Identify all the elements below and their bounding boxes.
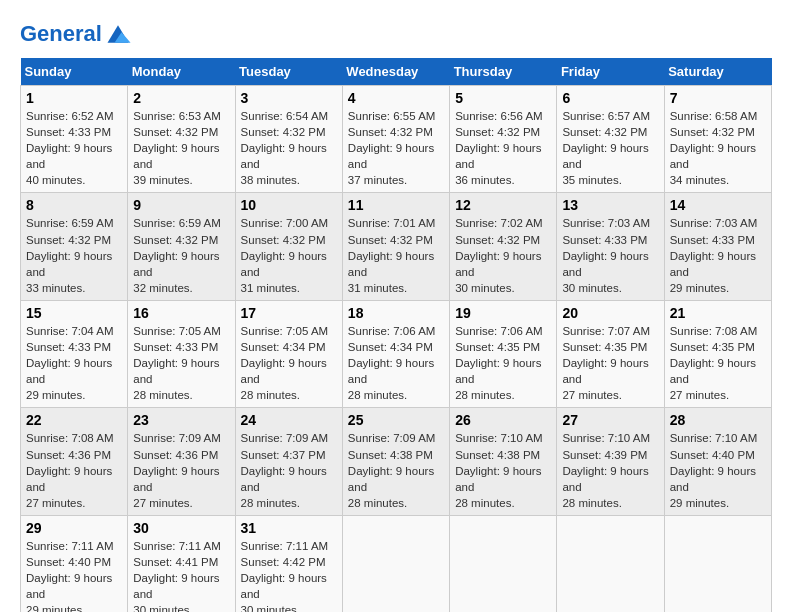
calendar-cell: 15Sunrise: 7:04 AMSunset: 4:33 PMDayligh… — [21, 300, 128, 407]
calendar-cell: 30Sunrise: 7:11 AMSunset: 4:41 PMDayligh… — [128, 515, 235, 612]
calendar-cell: 22Sunrise: 7:08 AMSunset: 4:36 PMDayligh… — [21, 408, 128, 515]
day-info: Sunrise: 6:55 AMSunset: 4:32 PMDaylight:… — [348, 108, 444, 188]
calendar-cell: 14Sunrise: 7:03 AMSunset: 4:33 PMDayligh… — [664, 193, 771, 300]
day-number: 5 — [455, 90, 551, 106]
day-info: Sunrise: 7:06 AMSunset: 4:34 PMDaylight:… — [348, 323, 444, 403]
day-number: 3 — [241, 90, 337, 106]
day-info: Sunrise: 7:02 AMSunset: 4:32 PMDaylight:… — [455, 215, 551, 295]
col-header-friday: Friday — [557, 58, 664, 86]
day-info: Sunrise: 7:05 AMSunset: 4:34 PMDaylight:… — [241, 323, 337, 403]
day-info: Sunrise: 6:57 AMSunset: 4:32 PMDaylight:… — [562, 108, 658, 188]
header: General — [20, 20, 772, 48]
calendar-cell: 12Sunrise: 7:02 AMSunset: 4:32 PMDayligh… — [450, 193, 557, 300]
day-number: 2 — [133, 90, 229, 106]
day-info: Sunrise: 6:58 AMSunset: 4:32 PMDaylight:… — [670, 108, 766, 188]
calendar-cell: 11Sunrise: 7:01 AMSunset: 4:32 PMDayligh… — [342, 193, 449, 300]
calendar-cell: 3Sunrise: 6:54 AMSunset: 4:32 PMDaylight… — [235, 86, 342, 193]
calendar-cell: 27Sunrise: 7:10 AMSunset: 4:39 PMDayligh… — [557, 408, 664, 515]
day-info: Sunrise: 7:01 AMSunset: 4:32 PMDaylight:… — [348, 215, 444, 295]
day-info: Sunrise: 7:04 AMSunset: 4:33 PMDaylight:… — [26, 323, 122, 403]
day-number: 29 — [26, 520, 122, 536]
day-info: Sunrise: 7:08 AMSunset: 4:35 PMDaylight:… — [670, 323, 766, 403]
day-info: Sunrise: 7:09 AMSunset: 4:37 PMDaylight:… — [241, 430, 337, 510]
day-number: 12 — [455, 197, 551, 213]
calendar-cell: 20Sunrise: 7:07 AMSunset: 4:35 PMDayligh… — [557, 300, 664, 407]
col-header-saturday: Saturday — [664, 58, 771, 86]
calendar-table: SundayMondayTuesdayWednesdayThursdayFrid… — [20, 58, 772, 612]
day-number: 17 — [241, 305, 337, 321]
calendar-week-1: 1Sunrise: 6:52 AMSunset: 4:33 PMDaylight… — [21, 86, 772, 193]
day-number: 18 — [348, 305, 444, 321]
day-number: 28 — [670, 412, 766, 428]
calendar-cell: 8Sunrise: 6:59 AMSunset: 4:32 PMDaylight… — [21, 193, 128, 300]
logo-icon — [104, 20, 132, 48]
col-header-thursday: Thursday — [450, 58, 557, 86]
day-number: 10 — [241, 197, 337, 213]
calendar-week-5: 29Sunrise: 7:11 AMSunset: 4:40 PMDayligh… — [21, 515, 772, 612]
calendar-week-4: 22Sunrise: 7:08 AMSunset: 4:36 PMDayligh… — [21, 408, 772, 515]
day-number: 31 — [241, 520, 337, 536]
day-info: Sunrise: 7:10 AMSunset: 4:39 PMDaylight:… — [562, 430, 658, 510]
day-info: Sunrise: 6:52 AMSunset: 4:33 PMDaylight:… — [26, 108, 122, 188]
day-info: Sunrise: 6:53 AMSunset: 4:32 PMDaylight:… — [133, 108, 229, 188]
day-number: 8 — [26, 197, 122, 213]
day-number: 4 — [348, 90, 444, 106]
day-number: 26 — [455, 412, 551, 428]
day-number: 1 — [26, 90, 122, 106]
col-header-monday: Monday — [128, 58, 235, 86]
day-number: 6 — [562, 90, 658, 106]
calendar-cell: 2Sunrise: 6:53 AMSunset: 4:32 PMDaylight… — [128, 86, 235, 193]
day-number: 27 — [562, 412, 658, 428]
calendar-cell: 21Sunrise: 7:08 AMSunset: 4:35 PMDayligh… — [664, 300, 771, 407]
calendar-cell: 18Sunrise: 7:06 AMSunset: 4:34 PMDayligh… — [342, 300, 449, 407]
day-info: Sunrise: 6:59 AMSunset: 4:32 PMDaylight:… — [26, 215, 122, 295]
calendar-cell — [557, 515, 664, 612]
day-info: Sunrise: 7:10 AMSunset: 4:40 PMDaylight:… — [670, 430, 766, 510]
day-number: 14 — [670, 197, 766, 213]
day-number: 22 — [26, 412, 122, 428]
col-header-tuesday: Tuesday — [235, 58, 342, 86]
calendar-cell: 31Sunrise: 7:11 AMSunset: 4:42 PMDayligh… — [235, 515, 342, 612]
calendar-cell — [342, 515, 449, 612]
day-info: Sunrise: 7:06 AMSunset: 4:35 PMDaylight:… — [455, 323, 551, 403]
calendar-week-3: 15Sunrise: 7:04 AMSunset: 4:33 PMDayligh… — [21, 300, 772, 407]
day-number: 16 — [133, 305, 229, 321]
day-info: Sunrise: 7:11 AMSunset: 4:42 PMDaylight:… — [241, 538, 337, 612]
day-number: 21 — [670, 305, 766, 321]
calendar-cell: 26Sunrise: 7:10 AMSunset: 4:38 PMDayligh… — [450, 408, 557, 515]
calendar-week-2: 8Sunrise: 6:59 AMSunset: 4:32 PMDaylight… — [21, 193, 772, 300]
day-info: Sunrise: 7:05 AMSunset: 4:33 PMDaylight:… — [133, 323, 229, 403]
calendar-cell: 5Sunrise: 6:56 AMSunset: 4:32 PMDaylight… — [450, 86, 557, 193]
day-number: 19 — [455, 305, 551, 321]
day-number: 13 — [562, 197, 658, 213]
col-header-wednesday: Wednesday — [342, 58, 449, 86]
day-info: Sunrise: 6:56 AMSunset: 4:32 PMDaylight:… — [455, 108, 551, 188]
day-number: 24 — [241, 412, 337, 428]
calendar-cell: 4Sunrise: 6:55 AMSunset: 4:32 PMDaylight… — [342, 86, 449, 193]
calendar-cell: 10Sunrise: 7:00 AMSunset: 4:32 PMDayligh… — [235, 193, 342, 300]
day-info: Sunrise: 7:00 AMSunset: 4:32 PMDaylight:… — [241, 215, 337, 295]
calendar-cell: 6Sunrise: 6:57 AMSunset: 4:32 PMDaylight… — [557, 86, 664, 193]
calendar-cell: 19Sunrise: 7:06 AMSunset: 4:35 PMDayligh… — [450, 300, 557, 407]
day-number: 7 — [670, 90, 766, 106]
calendar-cell: 16Sunrise: 7:05 AMSunset: 4:33 PMDayligh… — [128, 300, 235, 407]
day-info: Sunrise: 7:09 AMSunset: 4:38 PMDaylight:… — [348, 430, 444, 510]
day-number: 23 — [133, 412, 229, 428]
calendar-cell: 23Sunrise: 7:09 AMSunset: 4:36 PMDayligh… — [128, 408, 235, 515]
calendar-cell: 24Sunrise: 7:09 AMSunset: 4:37 PMDayligh… — [235, 408, 342, 515]
logo-text: General — [20, 22, 102, 46]
calendar-cell: 17Sunrise: 7:05 AMSunset: 4:34 PMDayligh… — [235, 300, 342, 407]
day-info: Sunrise: 7:09 AMSunset: 4:36 PMDaylight:… — [133, 430, 229, 510]
calendar-cell: 7Sunrise: 6:58 AMSunset: 4:32 PMDaylight… — [664, 86, 771, 193]
col-header-sunday: Sunday — [21, 58, 128, 86]
calendar-cell: 28Sunrise: 7:10 AMSunset: 4:40 PMDayligh… — [664, 408, 771, 515]
day-info: Sunrise: 7:10 AMSunset: 4:38 PMDaylight:… — [455, 430, 551, 510]
day-info: Sunrise: 7:03 AMSunset: 4:33 PMDaylight:… — [562, 215, 658, 295]
calendar-cell — [450, 515, 557, 612]
logo: General — [20, 20, 132, 48]
day-number: 15 — [26, 305, 122, 321]
calendar-cell: 29Sunrise: 7:11 AMSunset: 4:40 PMDayligh… — [21, 515, 128, 612]
day-number: 25 — [348, 412, 444, 428]
calendar-cell — [664, 515, 771, 612]
day-info: Sunrise: 7:03 AMSunset: 4:33 PMDaylight:… — [670, 215, 766, 295]
